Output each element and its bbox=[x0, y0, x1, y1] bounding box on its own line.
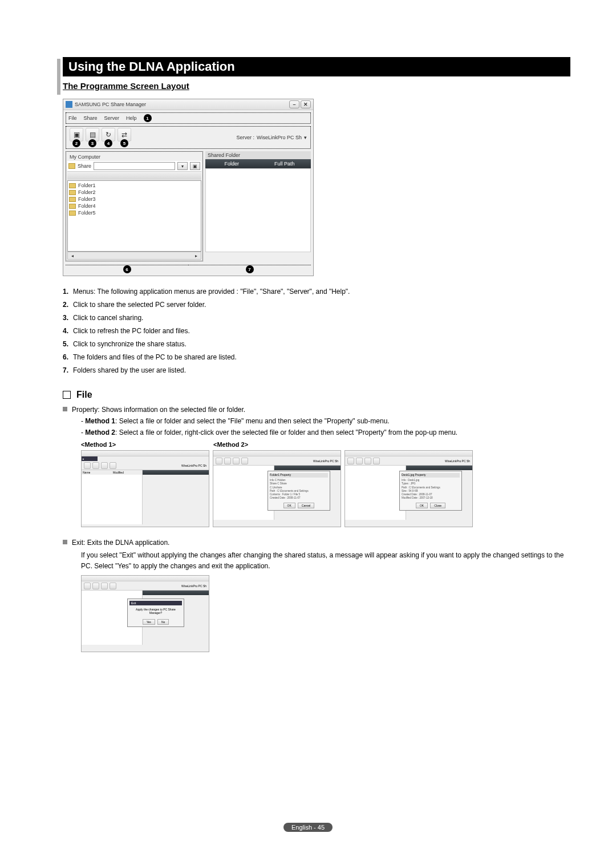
menu-file[interactable]: File bbox=[68, 115, 77, 121]
app-window: SAMSUNG PC Share Manager – ✕ File Share … bbox=[63, 99, 314, 276]
method2-screenshot-1: WiseLinkPro PC Sh Folder1 Property Info … bbox=[213, 450, 341, 527]
exit-popup: Exit Apply the changes to PC Share Manag… bbox=[127, 599, 184, 627]
thumb-server: WiseLinkPro PC Sh bbox=[445, 459, 470, 463]
scrollbar[interactable]: ◂ ▸ bbox=[67, 252, 201, 260]
address-bar bbox=[67, 172, 201, 180]
exit-popup-msg: Apply the changes to PC Share Manager? bbox=[129, 605, 182, 617]
popup-line: Modified Date : 2007-12-18 bbox=[402, 496, 460, 500]
exit-yes-button[interactable]: Yes bbox=[143, 619, 155, 625]
num-item-5: Click to synchronize the share status. bbox=[73, 339, 187, 349]
popup-close-button[interactable]: Close bbox=[430, 503, 445, 508]
go-button-icon[interactable]: ▣ bbox=[190, 162, 200, 170]
folder-name: Folder2 bbox=[78, 189, 96, 195]
list-item[interactable]: Folder4 bbox=[69, 203, 200, 209]
callout-6: 6 bbox=[123, 265, 131, 273]
method2-text: : Select a file or folder, right-click o… bbox=[115, 428, 457, 436]
bullet-icon bbox=[63, 540, 67, 544]
property-popup: Desk1.jpg Property Info : Desk1.jpg Type… bbox=[399, 471, 462, 511]
folder-icon bbox=[69, 211, 76, 216]
folder-icon bbox=[68, 163, 75, 169]
folder-name: Folder3 bbox=[78, 196, 96, 202]
folder-name: Folder4 bbox=[78, 203, 96, 209]
popup-line: Created Date : 2008-11-07 bbox=[270, 496, 328, 500]
page-subtitle: The Programme Screen Layout bbox=[63, 81, 570, 92]
col-path: Full Path bbox=[258, 159, 311, 168]
callout-5: 5 bbox=[120, 139, 128, 147]
list-item[interactable]: Folder2 bbox=[69, 189, 200, 196]
page-title: Using the DLNA Application bbox=[63, 57, 570, 76]
popup-cancel-button[interactable]: Cancel bbox=[298, 503, 315, 508]
section-accent-bar bbox=[57, 59, 60, 95]
popup-ok-button[interactable]: OK bbox=[416, 503, 428, 508]
exit-no-button[interactable]: No bbox=[157, 619, 169, 625]
method1-header: <Method 1> bbox=[81, 441, 213, 448]
method2-screenshot-2: WiseLinkPro PC Sh Desk1.jpg Property Inf… bbox=[345, 450, 473, 527]
folder-icon bbox=[69, 204, 76, 209]
thumb-server: WiseLinkPro PC Sh bbox=[181, 584, 206, 588]
popup-title: Folder1 Property bbox=[270, 473, 328, 478]
path-dropdown-icon[interactable]: ▾ bbox=[177, 162, 188, 170]
num-item-2: Click to share the selected PC server fo… bbox=[73, 300, 206, 310]
shared-list bbox=[205, 168, 311, 252]
num-item-7: Folders shared by the user are listed. bbox=[73, 365, 186, 375]
server-value: WiseLinkPro PC Sh bbox=[257, 135, 302, 140]
list-item[interactable]: Folder5 bbox=[69, 209, 200, 216]
shared-folder-label: Shared Folder bbox=[205, 151, 311, 159]
exit-line: Exit: Exits the DLNA application. bbox=[72, 537, 169, 548]
menubar: File Share Server Help 1 bbox=[66, 112, 311, 124]
folder-list: Folder1 Folder2 Folder3 Folder4 Folder5 bbox=[67, 180, 201, 252]
server-label: Server : bbox=[236, 135, 254, 140]
list-item[interactable]: Folder1 bbox=[69, 182, 200, 189]
list-item[interactable]: Folder3 bbox=[69, 196, 200, 203]
checkbox-icon bbox=[63, 391, 71, 399]
page-footer: English - 45 bbox=[0, 822, 616, 832]
method1-screenshot: ▸ WiseLinkPro PC Sh NameModified bbox=[81, 450, 209, 527]
callout-2: 2 bbox=[72, 139, 80, 147]
thumb-col-modified: Modified bbox=[112, 470, 142, 475]
callout-3: 3 bbox=[88, 139, 96, 147]
callout-7: 7 bbox=[246, 265, 254, 273]
num-item-6: The folders and files of the PC to be sh… bbox=[73, 352, 237, 362]
right-pane: Shared Folder Folder Full Path bbox=[205, 151, 311, 261]
path-input[interactable] bbox=[94, 162, 175, 170]
left-pane-label: My Computer bbox=[67, 153, 201, 161]
menu-share[interactable]: Share bbox=[84, 115, 98, 121]
popup-ok-button[interactable]: OK bbox=[283, 503, 295, 508]
menu-server[interactable]: Server bbox=[104, 115, 120, 121]
left-pane: My Computer Share ▾ ▣ Folder1 Folder2 Fo… bbox=[66, 151, 203, 261]
minimize-button[interactable]: – bbox=[289, 100, 299, 108]
folder-icon bbox=[69, 183, 76, 188]
folder-icon bbox=[69, 190, 76, 195]
file-section-heading: File bbox=[63, 390, 570, 400]
property-popup: Folder1 Property Info C Hidden Share C S… bbox=[268, 471, 330, 511]
page-number-pill: English - 45 bbox=[283, 823, 333, 832]
num-item-4: Click to refresh the PC folder and files… bbox=[73, 326, 190, 336]
scroll-right-icon[interactable]: ▸ bbox=[192, 253, 201, 258]
app-logo-icon bbox=[66, 101, 72, 108]
folder-name: Folder1 bbox=[78, 183, 96, 188]
bullet-icon bbox=[63, 407, 67, 411]
exit-description: If you select "Exit" without applying th… bbox=[81, 550, 570, 572]
callout-1: 1 bbox=[144, 114, 152, 122]
method1-text: : Select a file or folder and select the… bbox=[115, 417, 390, 425]
file-heading-text: File bbox=[76, 390, 92, 400]
menu-help[interactable]: Help bbox=[126, 115, 137, 121]
app-titlebar: SAMSUNG PC Share Manager – ✕ bbox=[63, 99, 313, 110]
scroll-left-icon[interactable]: ◂ bbox=[68, 253, 77, 258]
folder-icon bbox=[69, 197, 76, 202]
callout-4: 4 bbox=[104, 139, 112, 147]
close-button[interactable]: ✕ bbox=[301, 100, 311, 108]
thumb-col-name: Name bbox=[82, 470, 112, 475]
thumb-server: WiseLinkPro PC Sh bbox=[181, 464, 206, 467]
method1-label: Method 1 bbox=[85, 417, 115, 425]
num-item-1: Menus: The following application menus a… bbox=[73, 286, 350, 297]
server-dropdown-icon[interactable]: ▾ bbox=[304, 135, 307, 140]
exit-popup-title: Exit bbox=[129, 601, 182, 605]
method2-label: Method 2 bbox=[85, 428, 115, 436]
exit-screenshot: WiseLinkPro PC Sh Exit Apply the changes… bbox=[81, 575, 209, 652]
folder-name: Folder5 bbox=[78, 210, 96, 216]
method2-header: <Method 2> bbox=[213, 441, 248, 448]
app-title-text: SAMSUNG PC Share Manager bbox=[75, 102, 146, 107]
num-item-3: Click to cancel sharing. bbox=[73, 313, 143, 323]
popup-title: Desk1.jpg Property bbox=[402, 473, 460, 478]
